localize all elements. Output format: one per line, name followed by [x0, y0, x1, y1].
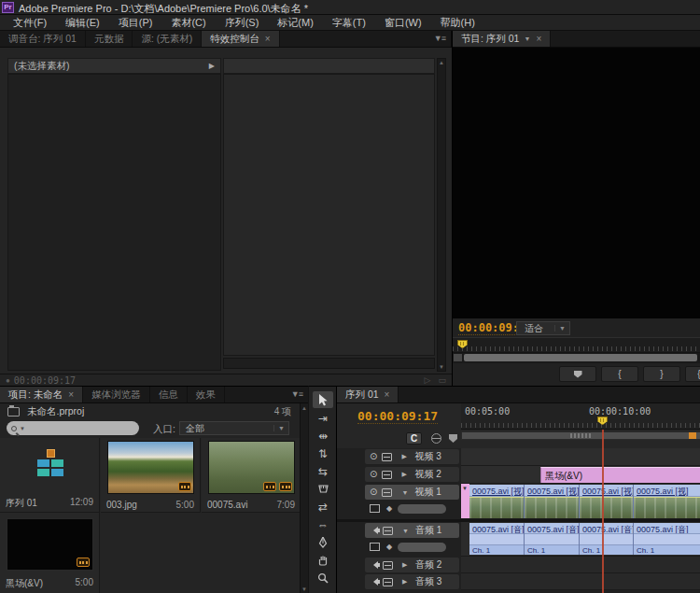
menu-sequence[interactable]: 序列(S)	[216, 16, 269, 30]
tab-program-monitor[interactable]: 节目: 序列 01 ▼ ×	[453, 31, 551, 47]
track-audio-2-header[interactable]: ▶ 音频 2	[365, 558, 459, 572]
selection-tool[interactable]	[313, 391, 333, 408]
track-audio-1-header[interactable]: ▼ 音频 1	[365, 523, 459, 538]
hand-tool[interactable]	[313, 552, 333, 569]
close-icon[interactable]: ×	[385, 389, 390, 400]
set-marker-icon[interactable]	[449, 434, 457, 443]
keyframe-icon[interactable]: ◆	[386, 543, 392, 551]
sync-lock-icon[interactable]	[383, 561, 393, 570]
track-video-2-header[interactable]: ⊙ ▶ 视频 2	[365, 467, 459, 482]
close-icon[interactable]: ×	[68, 389, 74, 400]
keyframe-nav-area[interactable]	[398, 543, 446, 552]
track-audio-3-content[interactable]	[461, 573, 700, 590]
rate-stretch-tool[interactable]: ⇆	[313, 463, 333, 480]
timeline-ruler[interactable]: 00:05:00 00:00:10:00	[461, 403, 700, 430]
set-display-style-icon[interactable]	[370, 504, 380, 513]
project-file-name[interactable]: 未命名.prproj	[27, 405, 84, 418]
toggle-track-output-icon[interactable]: ⊙	[370, 470, 377, 479]
menu-project[interactable]: 项目(P)	[109, 16, 162, 30]
chevron-right-icon[interactable]: ▶	[402, 578, 412, 586]
timeline-timecode[interactable]: 00:00:09:17	[357, 409, 438, 424]
slip-tool[interactable]: ⇄	[313, 499, 333, 515]
chevron-right-icon[interactable]: ▶	[402, 561, 412, 569]
speaker-icon[interactable]	[370, 561, 378, 569]
filter-select[interactable]: 全部 ▼	[179, 421, 289, 435]
zoom-tool[interactable]	[313, 570, 333, 586]
program-scrollbar[interactable]	[453, 353, 700, 363]
add-marker-button[interactable]	[559, 366, 596, 382]
track-video-1-header[interactable]: ⊙ ▼ 视频 1	[365, 485, 459, 500]
effect-timeline-area[interactable]	[223, 74, 435, 356]
chevron-right-icon[interactable]: ▶	[401, 471, 411, 478]
close-icon[interactable]: ×	[265, 34, 271, 44]
effect-list-area[interactable]	[7, 74, 221, 371]
track-audio-1-content[interactable]: 00075.avi [音]Ch. 1 00075.avi [音]Ch. 1 00…	[461, 522, 700, 557]
tab-metadata[interactable]: 元数据	[86, 31, 133, 47]
work-area-bar[interactable]	[461, 431, 700, 440]
scrollbar-thumb[interactable]	[464, 354, 697, 361]
tab-audio-mixer[interactable]: 调音台: 序列 01	[0, 31, 86, 47]
close-icon[interactable]: ×	[536, 34, 541, 44]
clip-audio[interactable]: 00075.avi [音]Ch. 1	[634, 523, 700, 555]
track-audio-3-header[interactable]: ▶ 音频 3	[365, 574, 459, 589]
work-area-grip[interactable]	[570, 433, 593, 438]
tab-sequence-01[interactable]: 序列 01 ×	[337, 387, 399, 402]
tab-effects[interactable]: 效果	[188, 387, 225, 402]
encore-chapter-marker-icon[interactable]	[431, 433, 441, 444]
track-video-3-content[interactable]	[461, 448, 700, 466]
horizontal-scrollbar[interactable]	[223, 358, 435, 369]
tab-info[interactable]: 信息	[150, 387, 188, 402]
track-select-tool[interactable]: ⇥	[313, 410, 333, 427]
panel-menu-icon[interactable]: ▼≡	[291, 389, 302, 399]
no-clip-header[interactable]: (未选择素材) ▶	[7, 58, 221, 74]
work-area-end-handle[interactable]	[689, 432, 696, 439]
go-to-in-button[interactable]: {←	[685, 366, 700, 382]
tab-project[interactable]: 项目: 未命名 ×	[0, 387, 83, 402]
project-item-video[interactable]: 00075.avi7:09	[202, 438, 300, 513]
tab-effect-controls[interactable]: 特效控制台 ×	[202, 31, 279, 47]
clip-audio[interactable]: 00075.avi [音]Ch. 1	[580, 523, 634, 555]
tab-media-browser[interactable]: 媒体浏览器	[83, 387, 150, 402]
menu-clip[interactable]: 素材(C)	[161, 16, 215, 30]
menu-title[interactable]: 字幕(T)	[323, 16, 375, 30]
pen-tool[interactable]	[313, 534, 333, 551]
chevron-down-icon[interactable]: ▼	[401, 489, 411, 496]
set-display-style-icon[interactable]	[370, 543, 380, 551]
keyframe-nav-area[interactable]	[398, 504, 446, 514]
menu-help[interactable]: 帮助(H)	[431, 16, 484, 30]
chevron-down-icon[interactable]: ▼	[524, 35, 530, 42]
clip-video[interactable]: 00075.avi [视]	[469, 485, 525, 518]
ripple-edit-tool[interactable]: ⇹	[313, 428, 333, 445]
play-audio-icon[interactable]: ▷	[425, 375, 431, 385]
toggle-track-output-icon[interactable]: ⊙	[370, 487, 377, 497]
project-item-black-video[interactable]: 黑场(&V)5:00	[0, 513, 100, 593]
scroll-down-icon[interactable]: ▼	[438, 364, 445, 370]
scroll-up-icon[interactable]: ▲	[438, 60, 445, 65]
vertical-scrollbar[interactable]: ▲ ▼	[437, 58, 446, 372]
track-video-2-content[interactable]: 黑场(&V)	[461, 466, 700, 484]
sync-lock-icon[interactable]	[382, 453, 392, 461]
sync-lock-icon[interactable]	[382, 471, 392, 479]
menu-window[interactable]: 窗口(W)	[375, 16, 431, 30]
menu-edit[interactable]: 编辑(E)	[56, 16, 109, 30]
scroll-down-icon[interactable]: ▼	[301, 586, 308, 592]
clip-audio[interactable]: 00075.avi [音]Ch. 1	[469, 523, 525, 555]
project-scrollbar[interactable]: ▲ ▼	[300, 403, 308, 593]
sync-lock-icon[interactable]	[382, 488, 392, 497]
chevron-right-icon[interactable]: ▶	[401, 453, 411, 460]
clip-audio[interactable]: 00075.avi [音]Ch. 1	[525, 523, 580, 555]
search-input[interactable]: ▼	[7, 421, 139, 435]
tab-source-monitor[interactable]: 源: (无素材)	[133, 31, 202, 47]
playhead-line[interactable]	[602, 430, 604, 593]
mark-in-button[interactable]: {	[601, 366, 638, 382]
rolling-edit-tool[interactable]: ⇅	[313, 445, 333, 462]
snap-toggle[interactable]: C	[406, 432, 422, 445]
scroll-up-icon[interactable]: ▲	[301, 405, 308, 411]
speaker-icon[interactable]	[370, 527, 378, 534]
project-item-image[interactable]: 003.jpg5:00	[101, 438, 201, 513]
razor-tool[interactable]	[313, 481, 333, 498]
track-audio-2-content[interactable]	[461, 557, 700, 573]
toggle-track-output-icon[interactable]: ⊙	[370, 452, 377, 461]
slide-tool[interactable]: ⇔	[313, 516, 333, 533]
program-mini-timeline[interactable]	[453, 337, 700, 353]
